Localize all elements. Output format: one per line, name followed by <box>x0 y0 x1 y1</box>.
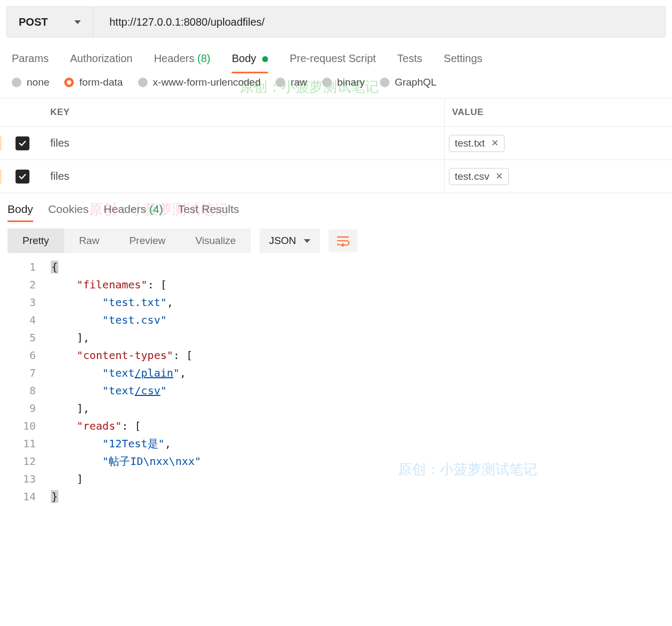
line-number: 6 <box>0 347 51 364</box>
response-tab-body[interactable]: Body <box>7 203 33 216</box>
code-content: "text/csv" <box>51 382 167 400</box>
code-content: "content-types": [ <box>51 347 193 364</box>
column-key: KEY <box>43 98 444 126</box>
body-modified-dot-icon <box>262 56 268 62</box>
code-line: 7 "text/plain", <box>0 364 672 382</box>
code-line: 6 "content-types": [ <box>0 347 672 364</box>
wrap-icon <box>336 235 350 247</box>
radio-raw-label: raw <box>291 77 307 88</box>
url-text: http://127.0.0.1:8080/uploadfiles/ <box>109 16 264 28</box>
code-content: "filenames": [ <box>51 276 167 294</box>
code-content: } <box>51 488 58 506</box>
request-bar: POST http://127.0.0.1:8080/uploadfiles/ <box>6 6 666 37</box>
code-line: 1{ <box>0 258 672 276</box>
radio-icon <box>138 78 148 87</box>
row-checkbox-cell <box>0 170 43 184</box>
code-line: 12 "帖子ID\nxx\nxx" <box>0 453 672 470</box>
remove-file-icon[interactable]: ✕ <box>495 171 503 182</box>
http-method-label: POST <box>19 16 48 28</box>
code-content: "text/plain", <box>51 364 186 382</box>
code-line: 11 "12Test是", <box>0 435 672 453</box>
code-line: 8 "text/csv" <box>0 382 672 400</box>
row-key[interactable]: files <box>43 170 444 182</box>
view-pretty[interactable]: Pretty <box>7 228 64 253</box>
line-number: 4 <box>0 311 51 329</box>
code-content: "test.txt", <box>51 294 173 311</box>
url-input[interactable]: http://127.0.0.1:8080/uploadfiles/ <box>93 7 665 37</box>
row-value[interactable]: test.txt ✕ <box>444 127 672 159</box>
code-content: "reads": [ <box>51 417 141 435</box>
tab-body[interactable]: Body <box>232 52 268 65</box>
line-number: 7 <box>0 364 51 382</box>
radio-binary[interactable]: binary <box>322 77 365 88</box>
line-number: 5 <box>0 329 51 347</box>
code-content: "12Test是", <box>51 435 171 453</box>
line-number: 14 <box>0 488 51 506</box>
http-method-select[interactable]: POST <box>7 7 93 37</box>
tab-headers-label: Headers <box>154 52 195 64</box>
code-line: 4 "test.csv" <box>0 311 672 329</box>
row-value[interactable]: test.csv ✕ <box>444 160 672 193</box>
tab-authorization[interactable]: Authorization <box>70 52 133 65</box>
tab-params[interactable]: Params <box>12 52 49 65</box>
radio-icon <box>380 78 390 87</box>
view-raw[interactable]: Raw <box>64 228 114 253</box>
response-body-code[interactable]: 1{2 "filenames": [3 "test.txt",4 "test.c… <box>0 253 672 516</box>
body-type-row: none form-data x-www-form-urlencoded raw… <box>0 71 672 98</box>
line-number: 10 <box>0 417 51 435</box>
row-checkbox[interactable] <box>16 136 29 150</box>
tab-headers[interactable]: Headers (8) <box>154 52 211 65</box>
code-line: 2 "filenames": [ <box>0 276 672 294</box>
language-label: JSON <box>269 235 296 247</box>
line-number: 8 <box>0 382 51 400</box>
radio-icon <box>322 78 332 87</box>
tab-settings[interactable]: Settings <box>444 52 482 65</box>
radio-form-data-label: form-data <box>79 77 123 88</box>
line-number: 1 <box>0 258 51 276</box>
radio-raw[interactable]: raw <box>276 77 307 88</box>
wrap-lines-button[interactable] <box>329 230 357 252</box>
request-tabs: Params Authorization Headers (8) Body Pr… <box>0 44 672 71</box>
line-number: 12 <box>0 453 51 470</box>
chevron-down-icon <box>74 20 81 24</box>
form-data-header: KEY VALUE <box>0 98 672 127</box>
radio-urlencoded[interactable]: x-www-form-urlencoded <box>138 77 261 88</box>
radio-none[interactable]: none <box>12 77 49 88</box>
row-key[interactable]: files <box>43 137 444 149</box>
code-line: 13 ] <box>0 470 672 488</box>
view-bar: Pretty Raw Preview Visualize JSON <box>0 221 672 253</box>
table-row: files test.txt ✕ <box>0 127 672 160</box>
code-line: 5 ], <box>0 329 672 347</box>
response-tab-test-results[interactable]: Test Results <box>178 203 239 216</box>
response-headers-count: (4) <box>149 203 163 215</box>
tab-body-label: Body <box>232 52 256 64</box>
code-content: "test.csv" <box>51 311 167 329</box>
svg-marker-1 <box>340 243 343 247</box>
tab-pre-request-script[interactable]: Pre-request Script <box>289 52 376 65</box>
table-row: files test.csv ✕ <box>0 160 672 193</box>
code-content: ] <box>51 470 83 488</box>
response-tabs: Body Cookies Headers (4) Test Results <box>0 193 672 221</box>
view-visualize[interactable]: Visualize <box>180 228 251 253</box>
response-tab-cookies[interactable]: Cookies <box>48 203 89 216</box>
response-tab-headers[interactable]: Headers (4) <box>104 203 163 216</box>
code-line: 10 "reads": [ <box>0 417 672 435</box>
radio-graphql[interactable]: GraphQL <box>380 77 437 88</box>
code-content: ], <box>51 329 89 347</box>
tab-tests[interactable]: Tests <box>398 52 423 65</box>
row-checkbox[interactable] <box>16 170 29 184</box>
radio-urlencoded-label: x-www-form-urlencoded <box>153 77 261 88</box>
code-content: ], <box>51 400 89 417</box>
remove-file-icon[interactable]: ✕ <box>491 138 499 149</box>
headers-count: (8) <box>197 52 210 64</box>
radio-none-label: none <box>27 77 49 88</box>
file-chip: test.csv ✕ <box>449 168 509 185</box>
view-preview[interactable]: Preview <box>114 228 181 253</box>
line-number: 2 <box>0 276 51 294</box>
column-value: VALUE <box>444 98 672 126</box>
line-number: 13 <box>0 470 51 488</box>
radio-icon <box>64 78 74 87</box>
radio-form-data[interactable]: form-data <box>64 77 123 88</box>
language-select[interactable]: JSON <box>259 228 320 253</box>
radio-binary-label: binary <box>337 77 365 88</box>
